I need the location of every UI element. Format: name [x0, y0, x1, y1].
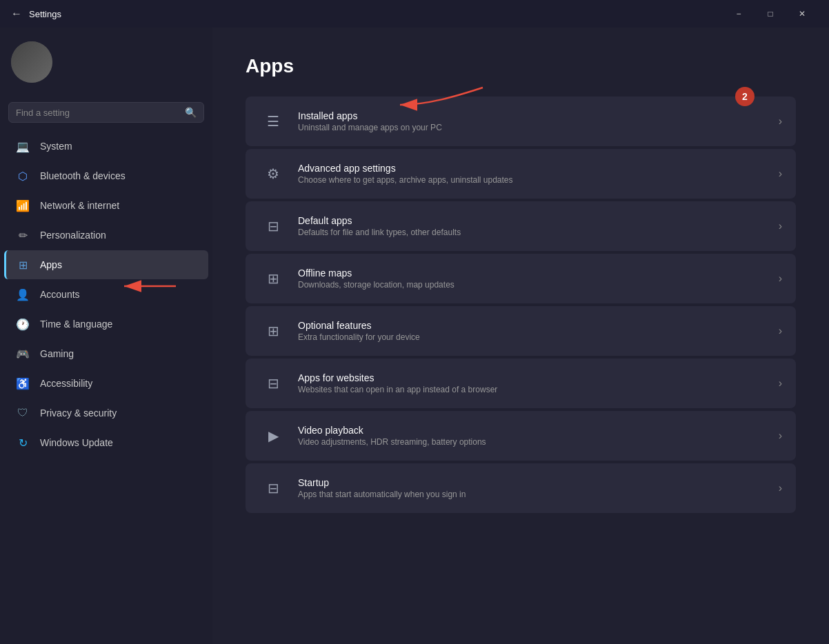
gaming-nav-icon: 🎮 — [15, 346, 30, 361]
settings-item-text-startup: StartupApps that start automatically whe… — [298, 477, 770, 499]
titlebar-title: Settings — [29, 9, 61, 19]
profile-area — [0, 28, 212, 97]
settings-item-startup[interactable]: ⊟StartupApps that start automatically wh… — [246, 463, 796, 513]
settings-item-desc-apps-for-websites: Websites that can open in an app instead… — [298, 385, 770, 394]
sidebar-item-label-accessibility: Accessibility — [40, 378, 92, 389]
settings-item-desc-video-playback: Video adjustments, HDR streaming, batter… — [298, 437, 770, 447]
settings-item-title-apps-for-websites: Apps for websites — [298, 372, 770, 383]
settings-item-default-apps[interactable]: ⊟Default appsDefaults for file and link … — [246, 201, 796, 251]
sidebar-item-update[interactable]: ↻Windows Update — [4, 428, 208, 457]
settings-item-text-default-apps: Default appsDefaults for file and link t… — [298, 215, 770, 237]
search-icon: 🔍 — [185, 107, 197, 118]
sidebar-item-label-update: Windows Update — [40, 437, 113, 448]
minimize-button[interactable]: − — [723, 3, 755, 25]
settings-item-desc-offline-maps: Downloads, storage location, map updates — [298, 280, 770, 290]
search-input[interactable] — [16, 108, 179, 118]
privacy-nav-icon: 🛡 — [15, 405, 30, 421]
sidebar-item-time[interactable]: 🕐Time & language — [4, 310, 208, 339]
settings-item-chevron-apps-for-websites: › — [779, 377, 782, 390]
settings-item-offline-maps[interactable]: ⊞Offline mapsDownloads, storage location… — [246, 254, 796, 303]
settings-item-icon-optional-features: ⊞ — [259, 317, 287, 345]
avatar — [11, 41, 52, 83]
app-body: 🔍 💻System⬡Bluetooth & devices📶Network & … — [0, 28, 829, 644]
settings-item-desc-advanced-app-settings: Choose where to get apps, archive apps, … — [298, 175, 770, 185]
sidebar-item-label-bluetooth: Bluetooth & devices — [40, 170, 126, 181]
settings-item-desc-installed-apps: Uninstall and manage apps on your PC — [298, 123, 770, 132]
settings-item-title-optional-features: Optional features — [298, 320, 770, 331]
settings-item-installed-apps[interactable]: ☰Installed appsUninstall and manage apps… — [246, 97, 796, 146]
accessibility-nav-icon: ♿ — [15, 376, 30, 391]
settings-item-icon-default-apps: ⊟ — [259, 212, 287, 240]
sidebar-item-label-gaming: Gaming — [40, 348, 74, 359]
settings-item-chevron-video-playback: › — [779, 430, 782, 442]
back-icon[interactable]: ← — [11, 8, 22, 20]
search-box[interactable]: 🔍 — [8, 102, 204, 123]
settings-item-optional-features[interactable]: ⊞Optional featuresExtra functionality fo… — [246, 306, 796, 356]
sidebar-item-network[interactable]: 📶Network & internet — [4, 191, 208, 220]
main-content: Apps ☰Installed appsUninstall and manage… — [212, 28, 829, 644]
settings-item-text-offline-maps: Offline mapsDownloads, storage location,… — [298, 268, 770, 290]
maximize-button[interactable]: □ — [755, 3, 786, 25]
sidebar-item-label-system: System — [40, 141, 72, 152]
settings-item-text-installed-apps: Installed appsUninstall and manage apps … — [298, 110, 770, 132]
settings-item-text-video-playback: Video playbackVideo adjustments, HDR str… — [298, 425, 770, 447]
settings-item-title-default-apps: Default apps — [298, 215, 770, 226]
sidebar-item-label-network: Network & internet — [40, 200, 119, 211]
settings-item-video-playback[interactable]: ▶Video playbackVideo adjustments, HDR st… — [246, 411, 796, 461]
settings-item-desc-optional-features: Extra functionality for your device — [298, 332, 770, 342]
titlebar-controls: − □ ✕ — [723, 3, 818, 25]
network-nav-icon: 📶 — [15, 198, 30, 213]
settings-item-title-advanced-app-settings: Advanced app settings — [298, 163, 770, 174]
sidebar-item-label-personalization: Personalization — [40, 230, 106, 241]
time-nav-icon: 🕐 — [15, 316, 30, 332]
settings-item-desc-startup: Apps that start automatically when you s… — [298, 490, 770, 499]
settings-item-icon-startup: ⊟ — [259, 474, 287, 502]
accounts-nav-icon: 👤 — [15, 287, 30, 302]
settings-item-title-installed-apps: Installed apps — [298, 110, 770, 121]
page-title: Apps — [246, 55, 796, 77]
sidebar-item-bluetooth[interactable]: ⬡Bluetooth & devices — [4, 161, 208, 190]
sidebar-item-system[interactable]: 💻System — [4, 132, 208, 161]
update-nav-icon: ↻ — [15, 435, 30, 450]
settings-item-text-apps-for-websites: Apps for websitesWebsites that can open … — [298, 372, 770, 394]
settings-item-chevron-optional-features: › — [779, 325, 782, 337]
sidebar-item-privacy[interactable]: 🛡Privacy & security — [4, 399, 208, 427]
settings-item-chevron-default-apps: › — [779, 220, 782, 232]
sidebar-item-accounts[interactable]: 👤Accounts — [4, 280, 208, 309]
titlebar-left: ← Settings — [11, 8, 61, 20]
sidebar-nav: 💻System⬡Bluetooth & devices📶Network & in… — [0, 131, 212, 458]
settings-item-title-startup: Startup — [298, 477, 770, 488]
sidebar-item-label-accounts: Accounts — [40, 289, 80, 300]
settings-item-chevron-advanced-app-settings: › — [779, 168, 782, 180]
settings-item-chevron-offline-maps: › — [779, 272, 782, 285]
settings-item-chevron-startup: › — [779, 482, 782, 494]
settings-item-apps-for-websites[interactable]: ⊟Apps for websitesWebsites that can open… — [246, 359, 796, 408]
settings-item-text-advanced-app-settings: Advanced app settingsChoose where to get… — [298, 163, 770, 185]
titlebar: ← Settings − □ ✕ — [0, 0, 829, 28]
system-nav-icon: 💻 — [15, 139, 30, 154]
settings-list: ☰Installed appsUninstall and manage apps… — [246, 97, 796, 513]
settings-item-icon-video-playback: ▶ — [259, 422, 287, 450]
sidebar-item-label-privacy: Privacy & security — [40, 407, 117, 419]
settings-item-icon-installed-apps: ☰ — [259, 108, 287, 135]
settings-item-desc-default-apps: Defaults for file and link types, other … — [298, 228, 770, 237]
apps-nav-icon: ⊞ — [15, 257, 30, 272]
personalization-nav-icon: ✏ — [15, 228, 30, 243]
sidebar-item-label-time: Time & language — [40, 319, 112, 330]
sidebar-item-label-apps: Apps — [40, 259, 62, 270]
sidebar: 🔍 💻System⬡Bluetooth & devices📶Network & … — [0, 28, 212, 644]
bluetooth-nav-icon: ⬡ — [15, 168, 30, 183]
settings-item-text-optional-features: Optional featuresExtra functionality for… — [298, 320, 770, 342]
sidebar-item-accessibility[interactable]: ♿Accessibility — [4, 369, 208, 398]
settings-item-icon-offline-maps: ⊞ — [259, 265, 287, 292]
settings-item-icon-apps-for-websites: ⊟ — [259, 370, 287, 397]
sidebar-item-apps[interactable]: ⊞Apps1 — [4, 250, 208, 279]
settings-item-advanced-app-settings[interactable]: ⚙Advanced app settingsChoose where to ge… — [246, 149, 796, 199]
settings-item-icon-advanced-app-settings: ⚙ — [259, 160, 287, 188]
annotation-badge-2: 2 — [735, 87, 755, 106]
settings-item-title-offline-maps: Offline maps — [298, 268, 770, 279]
sidebar-item-gaming[interactable]: 🎮Gaming — [4, 339, 208, 368]
close-button[interactable]: ✕ — [786, 3, 818, 25]
settings-item-title-video-playback: Video playback — [298, 425, 770, 436]
sidebar-item-personalization[interactable]: ✏Personalization — [4, 221, 208, 250]
